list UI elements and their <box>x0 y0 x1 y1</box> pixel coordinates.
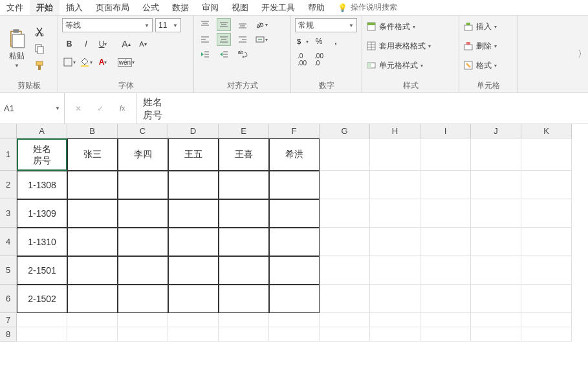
delete-cells-button[interactable]: 删除▾ <box>463 38 513 54</box>
tab-开始[interactable]: 开始 <box>30 0 60 15</box>
row-header-2[interactable]: 2 <box>0 171 17 199</box>
cell-E4[interactable] <box>219 228 269 256</box>
tell-me-search[interactable]: 💡操作说明搜索 <box>331 0 404 15</box>
cell-A6[interactable]: 2-1502 <box>17 285 67 313</box>
decrease-indent-button[interactable] <box>198 48 212 61</box>
cell-F6[interactable] <box>269 285 320 313</box>
cell-B8[interactable] <box>67 327 118 342</box>
tab-数据[interactable]: 数据 <box>166 0 195 15</box>
cell-E6[interactable] <box>219 285 269 313</box>
font-color-button[interactable]: A▾ <box>96 56 110 69</box>
cell-C8[interactable] <box>118 327 168 342</box>
cell-I6[interactable] <box>420 285 471 313</box>
cell-I2[interactable] <box>420 171 471 199</box>
font-name-combo[interactable]: 等线▼ <box>62 18 153 32</box>
cell-G7[interactable] <box>320 313 370 327</box>
cell-G4[interactable] <box>320 228 370 256</box>
cell-C3[interactable] <box>118 199 168 228</box>
row-header-3[interactable]: 3 <box>0 199 17 228</box>
paste-button[interactable]: 粘贴 ▼ <box>4 18 30 79</box>
cell-C1[interactable]: 李四 <box>118 138 168 171</box>
cell-J7[interactable] <box>471 313 521 327</box>
cell-D7[interactable] <box>168 313 219 327</box>
cell-A4[interactable]: 1-1310 <box>17 228 67 256</box>
cell-H2[interactable] <box>370 171 420 199</box>
cell-F4[interactable] <box>269 228 320 256</box>
conditional-format-button[interactable]: 条件格式▾ <box>366 18 455 35</box>
column-header-J[interactable]: J <box>471 124 521 138</box>
cell-A8[interactable] <box>17 327 67 342</box>
number-format-combo[interactable]: 常规▼ <box>295 18 357 32</box>
cell-B3[interactable] <box>67 199 118 228</box>
align-left-button[interactable] <box>198 33 212 46</box>
enter-formula-button[interactable]: ✓ <box>93 102 107 115</box>
increase-indent-button[interactable] <box>217 48 231 61</box>
cell-H4[interactable] <box>370 228 420 256</box>
cell-B2[interactable] <box>67 171 118 199</box>
cell-K5[interactable] <box>521 256 572 285</box>
column-header-F[interactable]: F <box>269 124 320 138</box>
cell-H3[interactable] <box>370 199 420 228</box>
cell-G2[interactable] <box>320 171 370 199</box>
cell-H6[interactable] <box>370 285 420 313</box>
cell-F3[interactable] <box>269 199 320 228</box>
column-header-B[interactable]: B <box>67 124 118 138</box>
font-size-combo[interactable]: 11▼ <box>155 18 181 32</box>
cell-F2[interactable] <box>269 171 320 199</box>
align-bottom-button[interactable] <box>235 18 250 31</box>
cell-B1[interactable]: 张三 <box>67 138 118 171</box>
cell-H5[interactable] <box>370 256 420 285</box>
cell-I5[interactable] <box>420 256 471 285</box>
cell-K6[interactable] <box>521 285 572 313</box>
cell-D1[interactable]: 王五 <box>168 138 219 171</box>
cell-K4[interactable] <box>521 228 572 256</box>
cell-I1[interactable] <box>420 138 471 171</box>
cell-D3[interactable] <box>168 199 219 228</box>
select-all-corner[interactable] <box>0 124 17 138</box>
cell-E7[interactable] <box>219 313 269 327</box>
cell-C2[interactable] <box>118 171 168 199</box>
cell-J3[interactable] <box>471 199 521 228</box>
cell-H7[interactable] <box>370 313 420 327</box>
cell-A2[interactable]: 1-1308 <box>17 171 67 199</box>
tab-帮助[interactable]: 帮助 <box>301 0 331 15</box>
tab-审阅[interactable]: 审阅 <box>195 0 225 15</box>
cell-E8[interactable] <box>219 327 269 342</box>
tab-开发工具[interactable]: 开发工具 <box>255 0 301 15</box>
cell-D2[interactable] <box>168 171 219 199</box>
cell-F8[interactable] <box>269 327 320 342</box>
cell-A7[interactable] <box>17 313 67 327</box>
wrap-text-button[interactable]: ab <box>235 48 250 61</box>
column-header-C[interactable]: C <box>118 124 168 138</box>
cell-K3[interactable] <box>521 199 572 228</box>
tab-视图[interactable]: 视图 <box>225 0 255 15</box>
cell-J4[interactable] <box>471 228 521 256</box>
merge-button[interactable]: ▾ <box>254 33 268 46</box>
cell-A1[interactable]: 姓名房号 <box>17 138 67 171</box>
column-header-G[interactable]: G <box>320 124 370 138</box>
cell-I7[interactable] <box>420 313 471 327</box>
cell-B6[interactable] <box>67 285 118 313</box>
cell-G6[interactable] <box>320 285 370 313</box>
cell-H1[interactable] <box>370 138 420 171</box>
cell-E1[interactable]: 王喜 <box>219 138 269 171</box>
cell-K8[interactable] <box>521 327 572 342</box>
bold-button[interactable]: B <box>62 38 76 50</box>
italic-button[interactable]: I <box>79 38 93 50</box>
cell-D4[interactable] <box>168 228 219 256</box>
cell-K7[interactable] <box>521 313 572 327</box>
fx-button[interactable]: fx <box>115 102 129 115</box>
align-right-button[interactable] <box>235 33 250 46</box>
tab-页面布局[interactable]: 页面布局 <box>89 0 136 15</box>
cell-B4[interactable] <box>67 228 118 256</box>
phonetic-button[interactable]: wén▾ <box>119 56 133 69</box>
align-center-button[interactable] <box>217 33 231 46</box>
row-header-8[interactable]: 8 <box>0 327 17 342</box>
cell-A5[interactable]: 2-1501 <box>17 256 67 285</box>
row-header-1[interactable]: 1 <box>0 138 17 171</box>
row-header-6[interactable]: 6 <box>0 285 17 313</box>
column-header-E[interactable]: E <box>219 124 269 138</box>
percent-button[interactable]: % <box>312 35 326 48</box>
cell-E2[interactable] <box>219 171 269 199</box>
cell-I3[interactable] <box>420 199 471 228</box>
